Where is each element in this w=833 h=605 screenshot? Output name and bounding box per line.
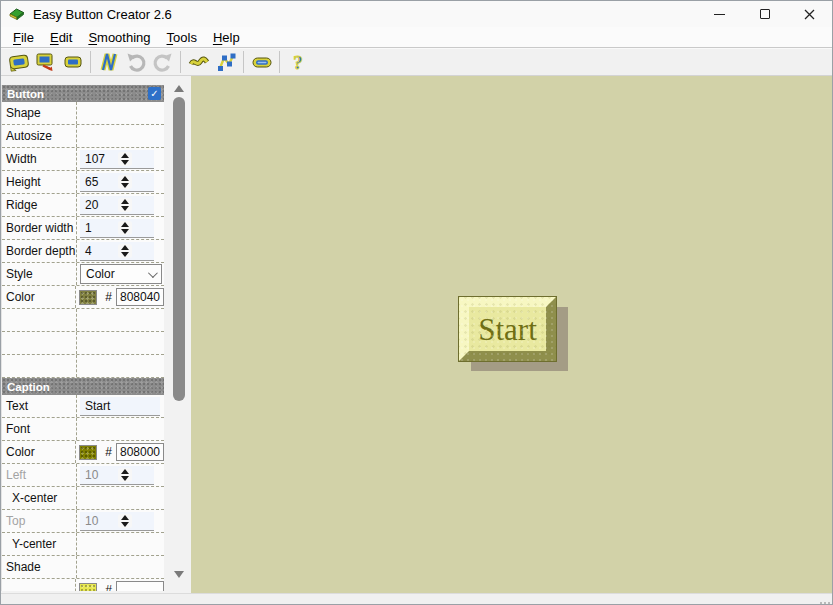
minimize-button[interactable] — [697, 1, 742, 27]
spin-up-icon[interactable] — [121, 469, 129, 474]
new-button-tool[interactable] — [5, 50, 32, 75]
hash-label: # — [105, 290, 112, 304]
section-checkbox[interactable]: ✓ — [148, 87, 161, 100]
color-swatch[interactable] — [79, 290, 97, 305]
section-header-caption: Caption — [2, 378, 164, 395]
color-swatch[interactable] — [79, 583, 97, 592]
prop-row-y-center: Y-center — [2, 533, 164, 556]
close-button[interactable] — [787, 1, 832, 27]
draw-pen-icon — [98, 51, 120, 73]
value-text: 65 — [85, 175, 112, 189]
menu-tools[interactable]: Tools — [159, 29, 205, 46]
prop-value — [77, 125, 164, 147]
menu-smoothing[interactable]: Smoothing — [80, 29, 158, 46]
prop-value: 10 — [77, 464, 164, 486]
draw-pen-tool[interactable] — [95, 50, 122, 75]
spin-down-icon[interactable] — [121, 183, 129, 188]
spin-up-icon[interactable] — [121, 176, 129, 181]
menu-edit[interactable]: Edit — [42, 29, 80, 46]
hex-input[interactable]: 808000 — [116, 443, 164, 461]
pill-button-icon — [251, 51, 273, 73]
style-dropdown[interactable]: Color — [80, 264, 162, 284]
prop-label: Height — [2, 171, 77, 193]
text-input[interactable]: Start — [80, 397, 160, 416]
prop-value — [77, 556, 164, 578]
spinner-control[interactable] — [118, 152, 132, 166]
menu-help[interactable]: Help — [205, 29, 248, 46]
design-canvas[interactable]: Start — [191, 76, 833, 593]
spin-up-icon[interactable] — [121, 199, 129, 204]
scroll-down-button[interactable] — [168, 571, 190, 583]
undo-tool[interactable] — [122, 50, 149, 75]
spin-down-icon[interactable] — [121, 160, 129, 165]
spin-down-icon[interactable] — [121, 252, 129, 257]
smoothing-tool[interactable] — [185, 50, 212, 75]
spin-up-icon[interactable] — [121, 153, 129, 158]
edit-nodes-tool[interactable] — [212, 50, 239, 75]
top-input[interactable]: 10 — [80, 512, 154, 531]
spin-down-icon[interactable] — [121, 522, 129, 527]
prop-row-style: StyleColor — [2, 263, 164, 286]
spinner-control[interactable] — [118, 221, 132, 235]
width-input[interactable]: 107 — [80, 150, 154, 169]
prop-value: #808000 — [76, 441, 164, 463]
ridge-input[interactable]: 20 — [80, 196, 154, 215]
smoothing-icon — [188, 51, 210, 73]
border-depth-input[interactable]: 4 — [80, 242, 154, 261]
color-swatch[interactable] — [79, 445, 97, 460]
scroll-up-button[interactable] — [168, 85, 190, 97]
spin-up-icon[interactable] — [121, 222, 129, 227]
spin-down-icon[interactable] — [121, 206, 129, 211]
spinner-control[interactable] — [118, 244, 132, 258]
resize-grip[interactable] — [820, 602, 830, 604]
prop-label: Border depth — [2, 240, 77, 262]
value-text: 1 — [85, 221, 112, 235]
menu-bar: FileEditSmoothingToolsHelp — [1, 27, 832, 48]
spin-up-icon[interactable] — [121, 515, 129, 520]
hex-input[interactable]: 808040 — [116, 288, 164, 306]
prop-value: 65 — [77, 171, 164, 193]
maximize-button[interactable] — [742, 1, 787, 27]
spinner-control[interactable] — [118, 198, 132, 212]
prop-value: 1 — [77, 217, 164, 239]
hex-input[interactable] — [116, 581, 164, 591]
maximize-icon — [760, 9, 770, 19]
spin-down-icon[interactable] — [121, 476, 129, 481]
prop-row-left: Left10 — [2, 464, 164, 487]
spin-up-icon[interactable] — [121, 245, 129, 250]
help-tool[interactable]: ? — [284, 50, 311, 75]
left-input[interactable]: 10 — [80, 466, 154, 485]
spinner-control[interactable] — [118, 514, 132, 528]
scrollbar-thumb[interactable] — [173, 97, 185, 401]
pill-button-tool[interactable] — [248, 50, 275, 75]
content-area: Button✓ShapeAutosizeWidth107Height65Ridg… — [1, 76, 832, 593]
value-text: 107 — [85, 152, 112, 166]
prop-label — [2, 332, 77, 354]
prop-row-border-depth: Border depth4 — [2, 240, 164, 263]
prop-label: Color — [2, 441, 76, 463]
prop-value: Start — [77, 395, 164, 417]
prop-value — [77, 102, 164, 124]
value-text: 20 — [85, 198, 112, 212]
property-grid: Button✓ShapeAutosizeWidth107Height65Ridg… — [1, 85, 164, 591]
prop-row-empty — [2, 355, 164, 378]
menu-file[interactable]: File — [5, 29, 42, 46]
prop-row-shade: Shade — [2, 556, 164, 579]
prop-row-ridge: Ridge20 — [2, 194, 164, 217]
panel-scrollbar[interactable] — [168, 83, 190, 587]
prop-value — [77, 309, 164, 331]
prop-label: Top — [2, 510, 77, 532]
button-shape-tool[interactable] — [59, 50, 86, 75]
spin-down-icon[interactable] — [121, 229, 129, 234]
spinner-control[interactable] — [118, 175, 132, 189]
height-input[interactable]: 65 — [80, 173, 154, 192]
title-bar: Easy Button Creator 2.6 — [1, 1, 832, 27]
section-header-button: Button✓ — [2, 85, 164, 102]
prop-row-width: Width107 — [2, 148, 164, 171]
redo-tool[interactable] — [149, 50, 176, 75]
status-bar — [1, 593, 832, 605]
export-button-tool[interactable] — [32, 50, 59, 75]
spinner-control[interactable] — [118, 468, 132, 482]
border-width-input[interactable]: 1 — [80, 219, 154, 238]
preview-button[interactable]: Start — [459, 297, 556, 361]
